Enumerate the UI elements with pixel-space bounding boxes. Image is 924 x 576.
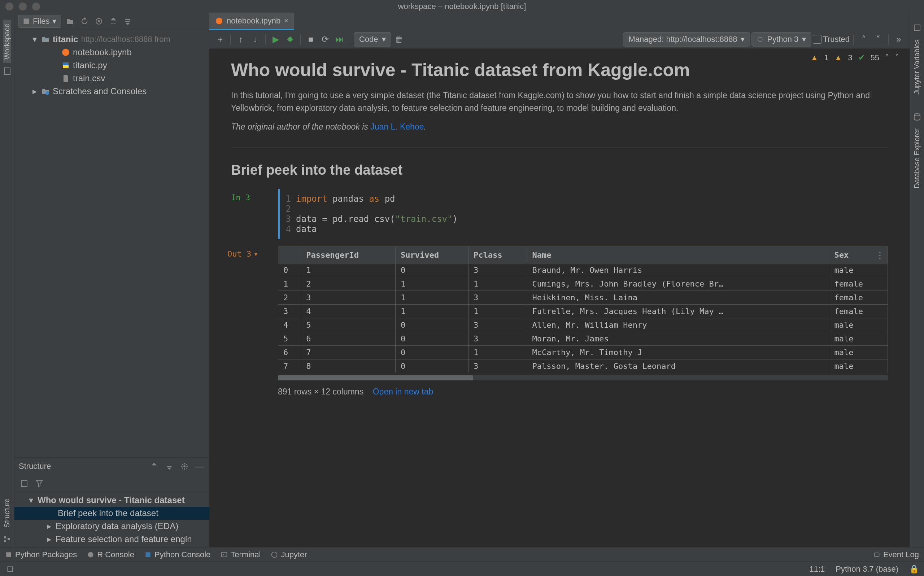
- jupyter-tool[interactable]: Jupyter: [271, 550, 307, 559]
- trusted-checkbox[interactable]: [813, 35, 822, 44]
- project-toolbar: Files ▾: [14, 13, 209, 30]
- table-header[interactable]: PassengerId: [301, 246, 396, 263]
- minimize-window[interactable]: [19, 3, 27, 10]
- check-icon[interactable]: ✔: [858, 53, 865, 62]
- structure-tool-button[interactable]: Structure: [3, 495, 11, 531]
- prev-highlight-button[interactable]: ˄: [885, 53, 889, 62]
- table-row[interactable]: 6701McCarthy, Mr. Timothy Jmale: [278, 346, 888, 359]
- horizontal-scrollbar[interactable]: [278, 375, 888, 381]
- structure-root[interactable]: ▾ Who would survive - Titanic dataset: [14, 494, 209, 507]
- cell-type-selector[interactable]: Code ▾: [354, 32, 391, 46]
- more-button[interactable]: »: [892, 33, 905, 46]
- collapse-icon[interactable]: [164, 461, 175, 472]
- structure-tree[interactable]: ▾ Who would survive - Titanic dataset Br…: [14, 492, 209, 547]
- output-table[interactable]: PassengerIdSurvivedPclassNameSex0103Brau…: [278, 246, 888, 373]
- table-row[interactable]: 3411Futrelle, Mrs. Jacques Heath (Lily M…: [278, 304, 888, 318]
- table-header[interactable]: Name: [527, 246, 829, 263]
- add-cell-button[interactable]: ＋: [214, 33, 227, 46]
- tab-label: notebook.ipynb: [227, 16, 280, 26]
- code-cell[interactable]: In 3 1import pandas as pd23data = pd.rea…: [278, 189, 888, 239]
- lock-icon[interactable]: 🔒: [909, 565, 919, 574]
- author-link[interactable]: Juan L. Kehoe: [370, 122, 424, 131]
- next-nav-button[interactable]: ˅: [872, 33, 885, 46]
- expand-all-icon[interactable]: [108, 16, 119, 27]
- chevron-right-icon: ▸: [47, 521, 53, 531]
- refresh-icon[interactable]: [79, 16, 90, 27]
- collapse-all-icon[interactable]: [122, 16, 133, 27]
- expand-icon[interactable]: [149, 461, 160, 472]
- row-summary: 891 rows × 12 columns: [278, 387, 363, 396]
- tree-item-python[interactable]: titanic.py: [14, 59, 209, 72]
- table-header[interactable]: Survived: [395, 246, 468, 263]
- new-folder-icon[interactable]: [65, 16, 75, 27]
- event-log-tool[interactable]: Event Log: [873, 550, 919, 559]
- minimize-icon[interactable]: —: [194, 461, 205, 472]
- variables-icon[interactable]: [913, 24, 921, 32]
- delete-cell-button[interactable]: 🗑: [393, 33, 406, 46]
- move-up-button[interactable]: ↑: [234, 33, 247, 46]
- database-icon[interactable]: [913, 113, 921, 121]
- structure-item[interactable]: ▸ Exploratory data analysis (EDA): [14, 520, 209, 533]
- cursor-position[interactable]: 11:1: [810, 565, 825, 574]
- r-console-tool[interactable]: R Console: [87, 550, 134, 559]
- scrollbar-thumb[interactable]: [278, 375, 473, 381]
- close-window[interactable]: [5, 3, 13, 10]
- gear-icon[interactable]: [179, 461, 190, 472]
- table-row[interactable]: 0103Braund, Mr. Owen Harrismale: [278, 263, 888, 277]
- server-selector[interactable]: Managed: http://localhost:8888 ▾: [623, 32, 750, 46]
- workspace-tool-button[interactable]: Workspace: [3, 20, 11, 63]
- warning-icon[interactable]: ▲: [834, 53, 842, 62]
- run-cell-button[interactable]: ▶: [269, 33, 282, 46]
- out-label[interactable]: Out 3 ▾: [227, 250, 258, 258]
- filter-icon[interactable]: [34, 478, 45, 489]
- tree-root[interactable]: ▾ titanic http://localhost:8888 from: [14, 33, 209, 46]
- run-all-button[interactable]: ⏭: [333, 33, 346, 46]
- table-row[interactable]: 5603Moran, Mr. Jamesmale: [278, 332, 888, 346]
- table-row[interactable]: 1211Cumings, Mrs. John Bradley (Florence…: [278, 277, 888, 291]
- bookmarks-icon[interactable]: [3, 67, 11, 75]
- tree-item-notebook[interactable]: notebook.ipynb: [14, 46, 209, 59]
- structure-item[interactable]: ▸ Feature selection and feature engin: [14, 533, 209, 546]
- warning-icon[interactable]: ▲: [810, 53, 818, 62]
- chevron-down-icon: ▾: [253, 250, 258, 258]
- files-icon: [23, 18, 30, 25]
- stop-button[interactable]: ■: [304, 33, 317, 46]
- table-row[interactable]: 4503Allen, Mr. William Henrymale: [278, 318, 888, 332]
- open-new-tab-link[interactable]: Open in new tab: [373, 387, 433, 396]
- python-console-tool[interactable]: Python Console: [144, 550, 210, 559]
- structure-item[interactable]: Brief peek into the dataset: [14, 507, 209, 520]
- move-down-button[interactable]: ↓: [249, 33, 262, 46]
- structure-icon[interactable]: [3, 535, 11, 544]
- editor-tab-notebook[interactable]: notebook.ipynb ×: [209, 13, 294, 30]
- tree-scratches[interactable]: ▸ Scratches and Consoles: [14, 85, 209, 98]
- interpreter-label[interactable]: Python 3.7 (base): [836, 565, 898, 574]
- notebook-content[interactable]: ▲ 1 ▲ 3 ✔ 55 ˄ ˅ Who would survive - Tit…: [209, 49, 910, 547]
- terminal-tool[interactable]: Terminal: [221, 550, 261, 559]
- kernel-selector[interactable]: Python 3 ▾: [751, 32, 811, 46]
- table-menu-icon[interactable]: ⋮: [876, 250, 884, 260]
- close-tab-icon[interactable]: ×: [284, 17, 288, 25]
- project-tree[interactable]: ▾ titanic http://localhost:8888 from not…: [14, 30, 209, 457]
- tree-item-csv[interactable]: train.csv: [14, 72, 209, 85]
- structure-panel: Structure — ▾ Who would survive - Titani…: [14, 457, 209, 547]
- status-left-icon[interactable]: [6, 566, 14, 573]
- maximize-window[interactable]: [32, 3, 40, 10]
- sort-icon[interactable]: [19, 478, 30, 489]
- restart-button[interactable]: ⟳: [319, 33, 332, 46]
- jupyter-variables-button[interactable]: Jupyter Variables: [913, 36, 921, 98]
- database-explorer-button[interactable]: Database Explorer: [913, 125, 921, 192]
- table-header[interactable]: Pclass: [468, 246, 527, 263]
- table-header[interactable]: [278, 246, 301, 263]
- table-row[interactable]: 2313Heikkinen, Miss. Lainafemale: [278, 291, 888, 304]
- python-packages-tool[interactable]: Python Packages: [5, 550, 77, 559]
- editor-tabs: notebook.ipynb ×: [209, 13, 910, 30]
- table-row[interactable]: 7803Palsson, Master. Gosta Leonardmale: [278, 359, 888, 373]
- files-scope-selector[interactable]: Files ▾: [18, 15, 61, 28]
- debug-cell-button[interactable]: [284, 33, 297, 46]
- next-highlight-button[interactable]: ˅: [895, 53, 899, 62]
- target-icon[interactable]: [93, 16, 104, 27]
- code-block[interactable]: 1import pandas as pd23data = pd.read_csv…: [278, 189, 888, 239]
- tree-item-label: notebook.ipynb: [73, 47, 132, 58]
- file-icon: [61, 74, 70, 83]
- prev-nav-button[interactable]: ˄: [857, 33, 870, 46]
